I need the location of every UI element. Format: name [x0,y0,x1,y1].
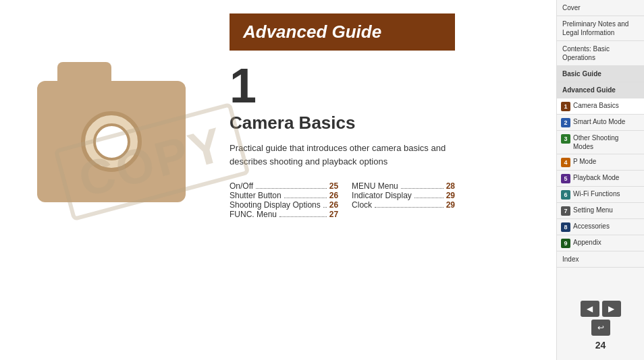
sidebar-num-2: 2 [561,118,570,127]
camera-lens-inner [93,123,130,160]
sidebar-label: Accessories [573,222,610,231]
toc-dots [279,216,327,217]
toc-entry: Shooting Display Options 26 [230,200,338,210]
toc-page: 29 [446,191,455,200]
toc-label: Shutter Button [230,191,281,200]
next-button[interactable]: ▶ [602,301,621,317]
sidebar-label: Camera Basics [573,101,619,110]
toc-label: On/Off [230,181,253,191]
sidebar-num-9: 9 [561,239,570,248]
page-number: 24 [595,338,606,355]
camera-illustration [20,54,203,229]
sidebar-item-setting-menu[interactable]: 7 Setting Menu [557,203,644,219]
sidebar-label: P Mode [573,157,596,166]
toc-dots [256,188,327,189]
sidebar-item-p-mode[interactable]: 4 P Mode [557,154,644,171]
sidebar-item-prelim[interactable]: Preliminary Notes and Legal Information [557,16,644,41]
toc-label: Indicator Display [352,191,412,200]
sidebar-label: Setting Menu [573,206,613,214]
toc-label: FUNC. Menu [230,210,277,219]
toc-page: 27 [329,210,338,219]
sidebar-label: Other Shooting Modes [573,133,640,151]
toc-page: 25 [329,181,338,191]
toc-dots [375,207,444,208]
toc-column-left: On/Off 25 Shutter Button 26 Shooting Dis… [230,181,338,219]
table-of-contents: On/Off 25 Shutter Button 26 Shooting Dis… [230,181,455,219]
toc-label: MENU Menu [352,181,398,191]
sidebar-label: Smart Auto Mode [573,117,625,126]
toc-dots [323,207,327,208]
content-area: Advanced Guide 1 Camera Basics Practical… [216,0,468,360]
toc-label: Clock [352,200,372,210]
prev-button[interactable]: ◀ [581,301,599,317]
toc-page: 26 [329,200,338,210]
toc-dots [284,198,327,198]
nav-buttons: ◀ ▶ ↩ 24 [557,295,644,360]
toc-page: 28 [446,181,455,191]
sidebar-num-5: 5 [561,174,570,183]
guide-header: Advanced Guide [230,13,455,51]
return-button[interactable]: ↩ [591,320,610,336]
toc-label: Shooting Display Options [230,200,321,210]
chapter-number: 1 [230,61,455,110]
sidebar-item-wifi[interactable]: 6 Wi-Fi Functions [557,187,644,203]
sidebar-num-3: 3 [561,134,570,144]
camera-hump [57,62,111,86]
nav-row-return: ↩ [591,320,610,336]
sidebar-item-index[interactable]: Index [557,251,644,268]
camera-body [37,81,186,202]
sidebar-item-playback[interactable]: 5 Playback Mode [557,171,644,187]
sidebar: Cover Preliminary Notes and Legal Inform… [556,0,644,360]
sidebar-num-7: 7 [561,206,570,216]
sidebar-item-appendix[interactable]: 9 Appendix [557,235,644,251]
sidebar-item-cover[interactable]: Cover [557,0,644,16]
sidebar-item-contents[interactable]: Contents: Basic Operations [557,41,644,66]
sidebar-item-basic-guide[interactable]: Basic Guide [557,66,644,82]
sidebar-item-camera-basics[interactable]: 1 Camera Basics [557,98,644,115]
sidebar-label: Playback Mode [573,173,619,182]
toc-entry: On/Off 25 [230,181,338,191]
chapter-description: Practical guide that introduces other ca… [230,142,455,168]
sidebar-label: Appendix [573,238,601,247]
sidebar-num-8: 8 [561,222,570,232]
toc-entry: Shutter Button 26 [230,191,338,200]
sidebar-item-other-shooting[interactable]: 3 Other Shooting Modes [557,131,644,154]
sidebar-item-accessories[interactable]: 8 Accessories [557,219,644,235]
camera-lens [81,111,142,172]
nav-row-arrows: ◀ ▶ [581,301,621,317]
toc-entry: MENU Menu 28 [352,181,455,191]
sidebar-num-1: 1 [561,102,570,111]
toc-entry: Indicator Display 29 [352,191,455,200]
toc-column-right: MENU Menu 28 Indicator Display 29 Clock … [352,181,455,219]
toc-entry: Clock 29 [352,200,455,210]
toc-page: 26 [329,191,338,200]
toc-dots [414,198,444,198]
sidebar-item-advanced-guide[interactable]: Advanced Guide [557,82,644,98]
sidebar-num-4: 4 [561,158,570,167]
toc-entry: FUNC. Menu 27 [230,210,338,219]
sidebar-item-smart-auto[interactable]: 2 Smart Auto Mode [557,115,644,131]
main-content: COPY Advanced Guide 1 Camera Basics Prac… [0,0,556,360]
sidebar-num-6: 6 [561,190,570,200]
toc-page: 29 [446,200,455,210]
chapter-title: Camera Basics [230,113,455,133]
toc-dots [401,188,444,189]
sidebar-label: Wi-Fi Functions [573,189,620,198]
